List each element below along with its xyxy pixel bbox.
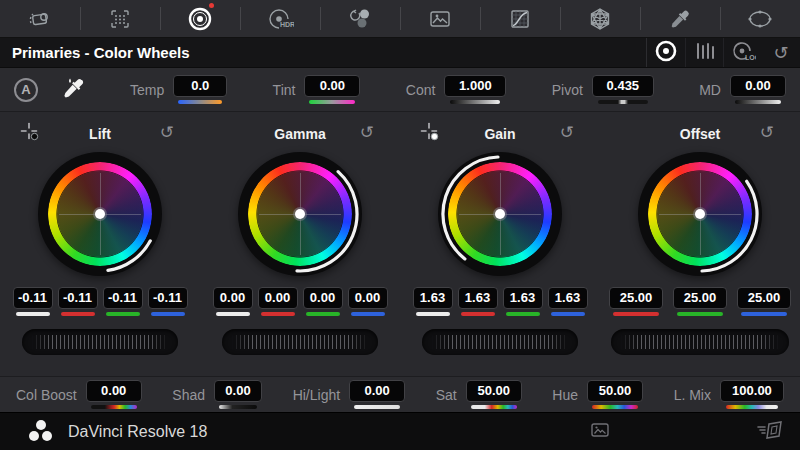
- gain-red-value[interactable]: 1.63: [458, 287, 498, 309]
- hdr-wheels-icon: HDR: [266, 6, 294, 32]
- tab-color-wheels[interactable]: [160, 0, 240, 37]
- color-boost-slider[interactable]: [91, 405, 137, 409]
- primaries-wheels-mode-button[interactable]: [647, 38, 685, 67]
- panel-title: Primaries - Color Wheels: [0, 44, 646, 61]
- primaries-bars-mode-button[interactable]: [685, 38, 723, 67]
- gain-wheel[interactable]: [438, 152, 562, 276]
- contrast-slider[interactable]: [450, 100, 500, 104]
- panel-reset-button[interactable]: ↺: [762, 44, 800, 62]
- lift-blue-value[interactable]: -0.11: [148, 287, 188, 309]
- highlights-slider[interactable]: [354, 405, 400, 409]
- gamma-red-slider[interactable]: [261, 312, 295, 316]
- tab-color-blend[interactable]: [320, 0, 400, 37]
- shadows-slider[interactable]: [219, 405, 257, 409]
- gain-green-slider[interactable]: [506, 312, 540, 316]
- primaries-log-mode-button[interactable]: LOG: [723, 38, 761, 67]
- tab-power-window[interactable]: [720, 0, 800, 37]
- tab-curves[interactable]: [480, 0, 560, 37]
- gain-master-slider[interactable]: [416, 312, 450, 316]
- gain-red-slider[interactable]: [461, 312, 495, 316]
- lift-master-slider[interactable]: [16, 312, 50, 316]
- lum-mix-slider[interactable]: [726, 405, 778, 409]
- gain-balance-dot[interactable]: [495, 209, 505, 219]
- temp-input[interactable]: 0.0: [173, 75, 227, 97]
- tool-tab-bar: HDR: [0, 0, 800, 38]
- gallery-still-icon: [588, 419, 612, 445]
- offset-master-dial[interactable]: [611, 329, 789, 355]
- gain-blue-slider[interactable]: [551, 312, 585, 316]
- quick-export-button[interactable]: [756, 418, 786, 446]
- lift-red-slider[interactable]: [61, 312, 95, 316]
- gain-master-value[interactable]: 1.63: [413, 287, 453, 309]
- lift-master-dial[interactable]: [22, 329, 178, 355]
- bars-mode-icon: [694, 40, 716, 66]
- temp-slider[interactable]: [178, 100, 222, 104]
- gamma-master-value[interactable]: 0.00: [213, 287, 253, 309]
- gain-crosshair-button[interactable]: [420, 122, 440, 146]
- hue-input[interactable]: 50.00: [587, 380, 643, 402]
- status-bar: DaVinci Resolve 18: [0, 412, 800, 450]
- offset-column: Offset ↺ 25.00 25.00 25.00: [600, 112, 800, 376]
- tab-hdr-wheels[interactable]: HDR: [240, 0, 320, 37]
- midtone-detail-input[interactable]: 0.00: [730, 75, 786, 97]
- offset-reset-icon[interactable]: ↺: [760, 122, 774, 143]
- offset-red-slider[interactable]: [613, 312, 659, 316]
- shadows-input[interactable]: 0.00: [214, 380, 262, 402]
- gamma-master-slider[interactable]: [216, 312, 250, 316]
- pivot-input[interactable]: 0.435: [592, 75, 654, 97]
- lift-wheel[interactable]: [38, 152, 162, 276]
- gamma-wheel[interactable]: [238, 152, 362, 276]
- offset-wheel[interactable]: [638, 152, 762, 276]
- tint-input[interactable]: 0.00: [304, 75, 360, 97]
- svg-text:LOG: LOG: [745, 54, 756, 61]
- hue-slider[interactable]: [592, 405, 638, 409]
- gain-green-value[interactable]: 1.63: [503, 287, 543, 309]
- lift-crosshair-button[interactable]: [20, 122, 40, 146]
- saturation-input[interactable]: 50.00: [466, 380, 522, 402]
- gain-blue-value[interactable]: 1.63: [548, 287, 588, 309]
- shadows-field: Shad 0.00: [172, 380, 262, 409]
- gamma-balance-dot[interactable]: [295, 209, 305, 219]
- offset-green-slider[interactable]: [677, 312, 723, 316]
- auto-balance-button[interactable]: A: [14, 78, 38, 102]
- offset-balance-dot[interactable]: [695, 209, 705, 219]
- tab-stills[interactable]: [400, 0, 480, 37]
- color-boost-input[interactable]: 0.00: [86, 380, 142, 402]
- midtone-detail-slider[interactable]: [735, 100, 781, 104]
- gamma-reset-icon[interactable]: ↺: [360, 122, 374, 143]
- lift-title: Lift: [89, 126, 111, 142]
- lift-green-value[interactable]: -0.11: [103, 287, 143, 309]
- lift-reset-icon[interactable]: ↺: [160, 122, 174, 143]
- contrast-input[interactable]: 1.000: [444, 75, 506, 97]
- gamma-master-dial[interactable]: [222, 329, 378, 355]
- gamma-red-value[interactable]: 0.00: [258, 287, 298, 309]
- gamma-blue-slider[interactable]: [351, 312, 385, 316]
- tab-picker[interactable]: [640, 0, 720, 37]
- white-balance-picker-button[interactable]: [60, 75, 86, 105]
- pivot-label: Pivot: [552, 82, 583, 98]
- highlights-input[interactable]: 0.00: [349, 380, 405, 402]
- pivot-slider[interactable]: [598, 100, 648, 104]
- tab-color-match-sizing[interactable]: [80, 0, 160, 37]
- lift-red-value[interactable]: -0.11: [58, 287, 98, 309]
- lum-mix-field: L. Mix 100.00: [674, 380, 784, 409]
- tab-camera-raw[interactable]: [0, 0, 80, 37]
- grab-still-button[interactable]: [588, 419, 612, 445]
- offset-green-value[interactable]: 25.00: [673, 287, 727, 309]
- gamma-blue-value[interactable]: 0.00: [348, 287, 388, 309]
- offset-blue-value[interactable]: 25.00: [737, 287, 791, 309]
- gain-reset-icon[interactable]: ↺: [560, 122, 574, 143]
- lift-balance-dot[interactable]: [95, 209, 105, 219]
- gain-master-dial[interactable]: [422, 329, 578, 355]
- tint-slider[interactable]: [309, 100, 355, 104]
- lift-green-slider[interactable]: [106, 312, 140, 316]
- tab-color-warper[interactable]: [560, 0, 640, 37]
- lum-mix-input[interactable]: 100.00: [720, 380, 784, 402]
- lift-master-value[interactable]: -0.11: [13, 287, 53, 309]
- lift-blue-slider[interactable]: [151, 312, 185, 316]
- gamma-green-value[interactable]: 0.00: [303, 287, 343, 309]
- saturation-slider[interactable]: [471, 405, 517, 409]
- gamma-green-slider[interactable]: [306, 312, 340, 316]
- offset-red-value[interactable]: 25.00: [609, 287, 663, 309]
- offset-blue-slider[interactable]: [741, 312, 787, 316]
